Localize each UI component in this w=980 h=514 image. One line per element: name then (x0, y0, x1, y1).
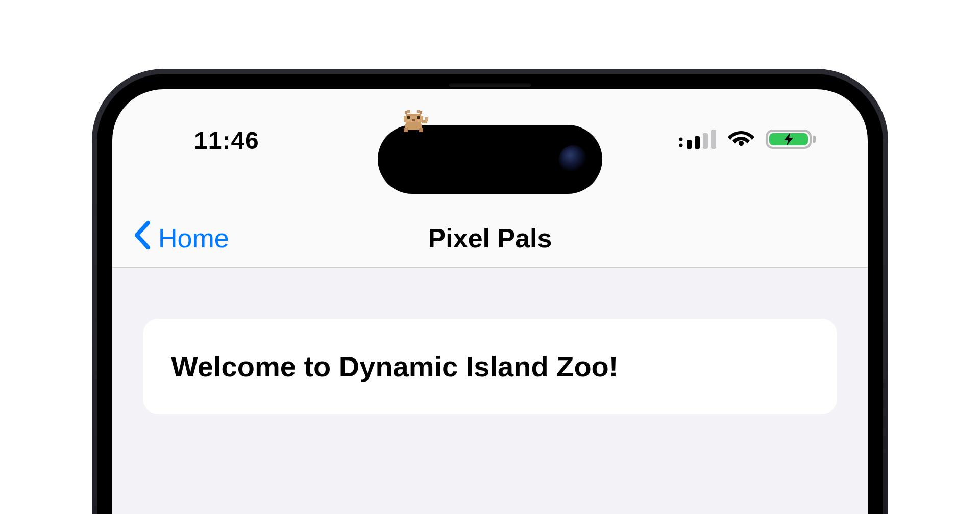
speaker-grille (449, 83, 531, 87)
back-button-label: Home (158, 223, 229, 253)
navigation-bar: Home Pixel Pals (112, 209, 868, 268)
svg-rect-10 (407, 110, 410, 113)
svg-rect-16 (417, 116, 420, 119)
svg-rect-17 (412, 119, 415, 121)
status-icons (678, 128, 817, 152)
svg-point-1 (679, 144, 683, 147)
status-time: 11:46 (194, 126, 259, 155)
cellular-signal-icon (678, 130, 717, 151)
wifi-icon (728, 130, 754, 151)
svg-rect-15 (407, 116, 410, 119)
svg-rect-4 (703, 133, 708, 149)
phone-screen: 11:46 (112, 89, 868, 514)
svg-rect-8 (813, 136, 816, 143)
svg-rect-20 (419, 128, 423, 132)
welcome-heading: Welcome to Dynamic Island Zoo! (171, 349, 809, 383)
chevron-left-icon (133, 220, 153, 256)
back-button[interactable]: Home (133, 220, 229, 256)
svg-rect-12 (420, 111, 422, 114)
svg-point-0 (679, 138, 683, 141)
battery-charging-icon (766, 128, 817, 152)
svg-rect-5 (711, 130, 716, 149)
svg-rect-22 (425, 117, 428, 121)
svg-rect-2 (687, 140, 692, 149)
svg-rect-3 (695, 136, 700, 149)
svg-rect-9 (405, 111, 407, 114)
svg-rect-19 (404, 128, 408, 132)
pixel-pet-icon (401, 110, 429, 133)
page-title: Pixel Pals (428, 223, 552, 253)
dynamic-island[interactable] (378, 125, 602, 194)
content-area: Welcome to Dynamic Island Zoo! (112, 268, 868, 514)
svg-rect-11 (417, 110, 420, 113)
camera-lens-icon (559, 145, 587, 173)
welcome-card: Welcome to Dynamic Island Zoo! (143, 319, 837, 414)
